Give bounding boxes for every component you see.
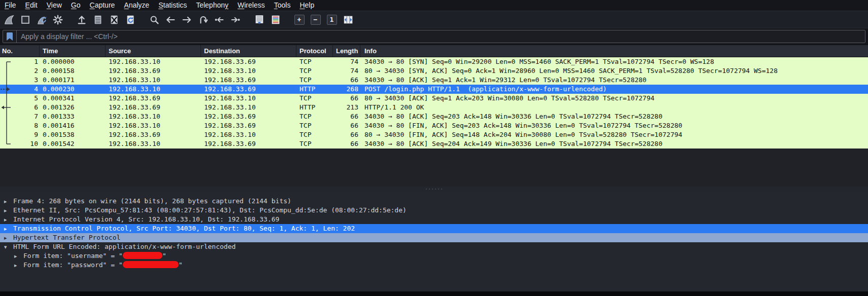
menu-help[interactable]: Help <box>295 0 319 11</box>
stop-capture-icon <box>20 14 31 25</box>
find-packet-icon <box>149 14 160 25</box>
cell-proto: TCP <box>296 139 333 149</box>
form-item-suffix: " <box>179 261 183 269</box>
zoom-out-button[interactable]: − <box>309 13 322 27</box>
filter-toolbar <box>0 28 868 45</box>
zoom-in-button[interactable]: + <box>292 13 306 27</box>
zoom-out-icon: − <box>311 15 321 25</box>
cell-proto: TCP <box>296 76 333 85</box>
collapsed-arrow-icon[interactable]: ▸ <box>4 234 13 243</box>
close-file-icon <box>109 14 120 25</box>
cell-src: 192.168.33.69 <box>106 103 201 112</box>
stop-capture-button[interactable] <box>18 13 32 27</box>
main-toolbar: +−1 <box>0 11 868 28</box>
column-header-no[interactable]: No. <box>0 45 40 57</box>
capture-options-button[interactable] <box>51 13 64 27</box>
packet-row-4[interactable]: 40.000230192.168.33.10192.168.33.69HTTP2… <box>0 85 868 94</box>
menu-capture[interactable]: Capture <box>85 0 120 11</box>
menu-telephony[interactable]: Telephony <box>191 0 233 11</box>
pane-splitter[interactable] <box>0 187 868 192</box>
save-file-icon <box>92 14 104 25</box>
menu-go[interactable]: Go <box>66 0 85 11</box>
cell-proto: TCP <box>296 121 333 130</box>
find-packet-button[interactable] <box>147 13 161 27</box>
display-filter-input[interactable] <box>17 30 865 43</box>
go-forward-button[interactable] <box>180 13 193 27</box>
cell-time: 0.000230 <box>40 85 106 94</box>
menu-wireless[interactable]: Wireless <box>233 0 270 11</box>
cell-no: 5 <box>11 94 40 103</box>
packet-row-5[interactable]: 50.000341192.168.33.69192.168.33.10TCP66… <box>0 94 868 103</box>
menu-statistics[interactable]: Statistics <box>154 0 191 11</box>
detail-line-5[interactable]: ▸Hypertext Transfer Protocol <box>0 233 868 242</box>
detail-line-4[interactable]: ▸Transmission Control Protocol, Src Port… <box>0 224 868 233</box>
packet-row-7[interactable]: 70.001333192.168.33.10192.168.33.69TCP66… <box>0 112 868 121</box>
collapsed-arrow-icon[interactable]: ▸ <box>4 225 13 234</box>
cell-info: POST /login.php HTTP/1.1 (application/x-… <box>360 85 868 94</box>
cell-info: 34030 → 80 [ACK] Seq=203 Ack=148 Win=303… <box>360 112 868 121</box>
collapsed-arrow-icon[interactable]: ▸ <box>14 261 23 270</box>
detail-line-3[interactable]: ▸Internet Protocol Version 4, Src: 192.1… <box>0 215 868 224</box>
display-filter-box[interactable] <box>3 30 865 43</box>
cell-src: 192.168.33.10 <box>106 85 201 94</box>
detail-line-2[interactable]: ▸Ethernet II, Src: PcsCompu_57:81:43 (08… <box>0 206 868 215</box>
cell-time: 0.001416 <box>40 121 106 130</box>
packet-list: 10.000000192.168.33.10192.168.33.69TCP74… <box>0 57 868 149</box>
reload-file-button[interactable] <box>123 13 137 27</box>
detail-line-8[interactable]: ▸Form item: "password" = "" <box>0 261 868 270</box>
last-packet-icon <box>230 14 241 25</box>
packet-row-1[interactable]: 10.000000192.168.33.10192.168.33.69TCP74… <box>0 57 868 66</box>
go-back-button[interactable] <box>163 13 177 27</box>
go-to-packet-button[interactable] <box>196 13 210 27</box>
column-header-protocol[interactable]: Protocol <box>296 45 333 57</box>
restart-capture-button[interactable] <box>35 13 48 27</box>
first-packet-button[interactable] <box>212 13 226 27</box>
menu-view[interactable]: View <box>42 0 66 11</box>
packet-row-8[interactable]: 80.001416192.168.33.10192.168.33.69TCP66… <box>0 121 868 130</box>
menu-tools[interactable]: Tools <box>270 0 295 11</box>
cell-gut <box>0 139 11 149</box>
column-header-time[interactable]: Time <box>40 45 106 57</box>
close-file-button[interactable] <box>107 13 121 27</box>
menu-analyze[interactable]: Analyze <box>119 0 154 11</box>
packet-row-6[interactable]: 60.001326192.168.33.69192.168.33.10HTTP2… <box>0 103 868 112</box>
start-capture-icon <box>4 14 15 25</box>
cell-src: 192.168.33.69 <box>106 94 201 103</box>
menu-file[interactable]: File <box>0 0 21 11</box>
detail-line-6[interactable]: ▾HTML Form URL Encoded: application/x-ww… <box>0 242 868 251</box>
collapsed-arrow-icon[interactable]: ▸ <box>4 215 13 225</box>
packet-details-pane: ▸Frame 4: 268 bytes on wire (2144 bits),… <box>0 192 868 291</box>
zoom-original-button[interactable]: 1 <box>325 13 339 27</box>
resize-columns-button[interactable] <box>341 13 355 27</box>
collapsed-arrow-icon[interactable]: ▸ <box>14 252 23 261</box>
column-header-info[interactable]: Info <box>360 45 868 57</box>
column-header-destination[interactable]: Destination <box>201 45 296 57</box>
cell-proto: TCP <box>296 94 333 103</box>
detail-line-1[interactable]: ▸Frame 4: 268 bytes on wire (2144 bits),… <box>0 197 868 206</box>
filter-bookmark-button[interactable] <box>3 30 17 43</box>
cell-len: 66 <box>333 130 360 139</box>
cell-dst: 192.168.33.10 <box>201 66 296 76</box>
expanded-arrow-icon[interactable]: ▾ <box>4 243 13 252</box>
detail-line-7[interactable]: ▸Form item: "username" = "" <box>0 251 868 261</box>
cell-src: 192.168.33.10 <box>106 139 201 149</box>
packet-row-3[interactable]: 30.000171192.168.33.10192.168.33.69TCP66… <box>0 76 868 85</box>
packet-row-9[interactable]: 90.001538192.168.33.69192.168.33.10TCP66… <box>0 130 868 139</box>
cell-gut <box>0 94 11 103</box>
collapsed-arrow-icon[interactable]: ▸ <box>4 206 13 215</box>
save-file-button[interactable] <box>91 13 105 27</box>
start-capture-button[interactable] <box>2 13 16 27</box>
last-packet-button[interactable] <box>228 13 242 27</box>
column-header-length[interactable]: Length <box>333 45 360 57</box>
column-header-source[interactable]: Source <box>106 45 201 57</box>
packet-row-2[interactable]: 20.000158192.168.33.69192.168.33.10TCP74… <box>0 66 868 76</box>
cell-no: 9 <box>11 130 40 139</box>
menu-edit[interactable]: Edit <box>21 0 42 11</box>
open-file-button[interactable] <box>75 13 88 27</box>
coloring-rules-button[interactable] <box>269 13 282 27</box>
zoom-original-icon: 1 <box>327 15 337 25</box>
packet-row-10[interactable]: 100.001542192.168.33.10192.168.33.69TCP6… <box>0 139 868 149</box>
cell-len: 66 <box>333 121 360 130</box>
collapsed-arrow-icon[interactable]: ▸ <box>4 197 13 206</box>
auto-scroll-button[interactable] <box>252 13 266 27</box>
